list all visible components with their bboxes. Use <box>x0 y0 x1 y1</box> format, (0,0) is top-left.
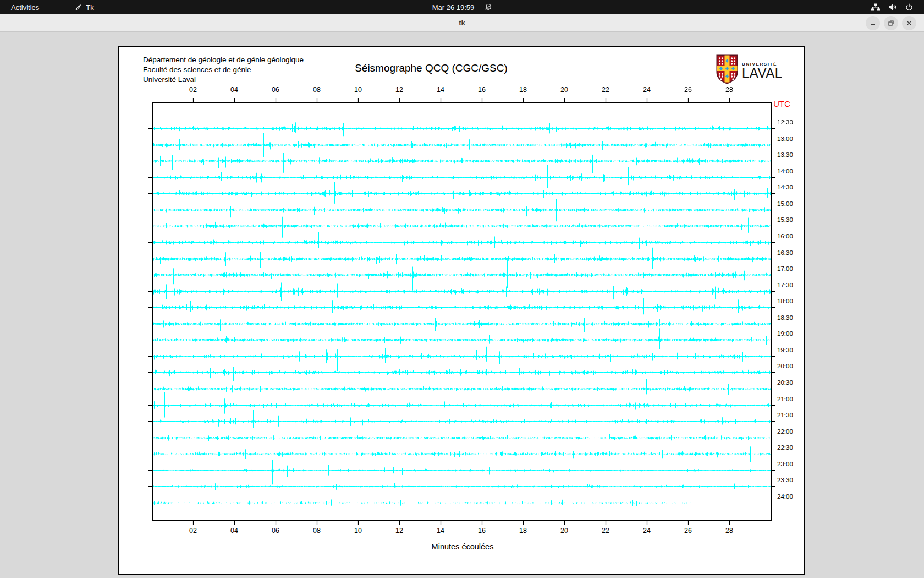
university-line: Université Laval <box>143 75 304 85</box>
x-tick-label-bottom: 24 <box>643 527 651 535</box>
network-icon <box>871 3 880 11</box>
x-tick-label-bottom: 20 <box>560 527 568 535</box>
utc-time-label: 21:30 <box>777 412 793 418</box>
system-status-area[interactable] <box>871 3 924 11</box>
x-tick-label-bottom: 28 <box>725 527 733 535</box>
x-tick-label-bottom: 08 <box>313 527 321 535</box>
minimize-button[interactable] <box>866 16 880 30</box>
x-tick-label-top: 14 <box>437 86 444 94</box>
focused-app-indicator[interactable]: Tk <box>74 3 94 12</box>
utc-time-label: 20:00 <box>777 363 793 369</box>
power-icon <box>905 3 913 11</box>
gnome-top-bar: Activities Tk Mar 26 19:59 <box>0 0 924 14</box>
clock-label: Mar 26 19:59 <box>432 3 475 12</box>
utc-time-label: 18:00 <box>777 298 793 304</box>
x-tick-label-bottom: 14 <box>437 527 444 535</box>
laval-shield-icon <box>716 54 738 86</box>
x-tick-label-bottom: 10 <box>354 527 362 535</box>
department-block: Département de géologie et de génie géol… <box>143 55 304 85</box>
minimize-icon <box>870 20 876 26</box>
x-tick-label-top: 24 <box>643 86 651 94</box>
x-tick-label-bottom: 06 <box>272 527 279 535</box>
x-tick-label-top: 12 <box>395 86 403 94</box>
utc-time-label: 16:30 <box>777 249 793 256</box>
tk-icon <box>74 3 82 12</box>
x-tick-label-top: 04 <box>230 86 238 94</box>
x-axis-title: Minutes écoulées <box>432 542 494 551</box>
seismograph-panel: Département de géologie et de génie géol… <box>118 46 805 575</box>
utc-time-label: 16:00 <box>777 233 793 239</box>
utc-time-label: 22:30 <box>777 444 793 451</box>
x-tick-label-bottom: 04 <box>230 527 238 535</box>
utc-time-label: 18:30 <box>777 314 793 321</box>
x-tick-label-top: 28 <box>725 86 733 94</box>
volume-icon <box>888 3 897 11</box>
x-tick-label-top: 02 <box>189 86 197 94</box>
notifications-muted-icon <box>484 3 492 11</box>
department-line: Département de géologie et de génie géol… <box>143 55 304 65</box>
utc-time-label: 23:30 <box>777 477 793 483</box>
window-title: tk <box>459 19 465 27</box>
close-icon <box>906 20 912 26</box>
utc-time-label: 15:00 <box>777 200 793 207</box>
x-tick-label-bottom: 12 <box>395 527 403 535</box>
x-tick-label-bottom: 18 <box>519 527 527 535</box>
utc-time-label: 12:30 <box>777 119 793 126</box>
x-tick-label-top: 18 <box>519 86 527 94</box>
utc-time-label: 22:00 <box>777 428 793 435</box>
utc-time-label: 21:00 <box>777 396 793 402</box>
utc-time-label: 14:30 <box>777 184 793 190</box>
window-titlebar[interactable]: tk <box>0 14 924 32</box>
maximize-button[interactable] <box>884 16 898 30</box>
utc-time-label: 13:00 <box>777 135 793 142</box>
x-tick-label-bottom: 26 <box>684 527 692 535</box>
x-tick-label-top: 26 <box>684 86 692 94</box>
utc-time-label: 19:00 <box>777 330 793 337</box>
utc-time-label: 14:00 <box>777 168 793 175</box>
clock-menu[interactable]: Mar 26 19:59 <box>432 3 492 12</box>
x-tick-label-top: 22 <box>602 86 609 94</box>
utc-time-label: 23:00 <box>777 461 793 467</box>
activities-button[interactable]: Activities <box>8 3 42 12</box>
utc-time-label: 24:00 <box>777 493 793 500</box>
focused-app-name: Tk <box>86 3 94 12</box>
utc-time-label: 17:30 <box>777 282 793 288</box>
faculty-line: Faculté des sciences et de génie <box>143 65 304 75</box>
logo-laval-text: LAVAL <box>742 67 783 80</box>
utc-axis-title: UTC <box>773 99 790 108</box>
x-tick-label-top: 06 <box>272 86 279 94</box>
utc-time-label: 20:30 <box>777 379 793 386</box>
x-tick-label-bottom: 16 <box>478 527 486 535</box>
helicorder-canvas <box>147 97 777 526</box>
close-button[interactable] <box>902 16 916 30</box>
x-tick-label-bottom: 02 <box>189 527 197 535</box>
laval-logo: UNIVERSITÉ LAVAL <box>716 55 791 86</box>
tk-window-content: Département de géologie et de génie géol… <box>0 32 924 578</box>
x-tick-label-top: 16 <box>478 86 486 94</box>
utc-time-label: 15:30 <box>777 216 793 223</box>
plot-title: Séismographe QCQ (CGC/GSC) <box>355 62 508 74</box>
x-tick-label-bottom: 22 <box>602 527 609 535</box>
x-tick-label-top: 10 <box>354 86 362 94</box>
x-tick-label-top: 20 <box>560 86 568 94</box>
restore-icon <box>888 20 894 26</box>
utc-time-label: 19:30 <box>777 347 793 353</box>
utc-time-label: 17:00 <box>777 265 793 272</box>
x-tick-label-top: 08 <box>313 86 321 94</box>
utc-time-label: 13:30 <box>777 151 793 158</box>
